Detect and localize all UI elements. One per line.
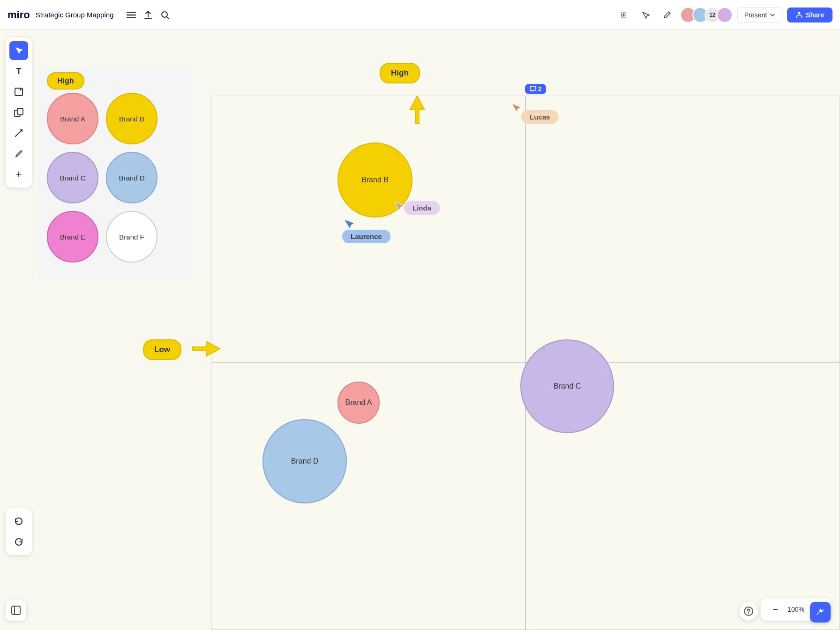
- laurence-cursor: Laurence: [342, 218, 353, 232]
- svg-marker-8: [410, 96, 425, 124]
- legend-brand-b: Brand B: [106, 93, 158, 144]
- legend-panel: High Brand A Brand B Brand C Brand D Bra…: [38, 68, 192, 279]
- legend-brand-a: Brand A: [47, 93, 98, 144]
- upload-button[interactable]: [140, 7, 157, 23]
- share-button[interactable]: Share: [787, 8, 832, 22]
- menu-button[interactable]: [123, 7, 140, 23]
- help-button[interactable]: [739, 602, 758, 621]
- add-tool-button[interactable]: +: [9, 165, 28, 184]
- legend-brand-e: Brand E: [47, 211, 98, 262]
- svg-marker-9: [192, 341, 220, 356]
- svg-rect-7: [17, 108, 23, 115]
- canvas-area[interactable]: High Brand A Brand B Brand C Brand D Bra…: [0, 30, 840, 630]
- select-tool-button[interactable]: [9, 41, 28, 60]
- board-title: Strategic Group Mapping: [36, 11, 114, 19]
- header-right: ⊞ 12 Present Share: [615, 7, 832, 23]
- svg-point-4: [798, 12, 801, 14]
- zoom-level: 100%: [787, 606, 805, 613]
- quadrant-grid: [211, 96, 840, 630]
- search-button[interactable]: [157, 7, 173, 23]
- arrow-tool-button[interactable]: [9, 124, 28, 142]
- toolbar: T +: [6, 38, 32, 188]
- svg-rect-10: [530, 86, 536, 90]
- legend-row-1: Brand A Brand B: [47, 93, 183, 144]
- present-button[interactable]: Present: [737, 7, 782, 23]
- select-mode-button[interactable]: [637, 7, 654, 23]
- svg-rect-11: [12, 606, 20, 615]
- text-tool-button[interactable]: T: [9, 62, 28, 81]
- avatar-group: 12: [680, 7, 733, 23]
- quadrant-top-right: [525, 96, 840, 363]
- sticky-tool-button[interactable]: [9, 82, 28, 101]
- svg-rect-0: [127, 12, 136, 13]
- legend-high-tag: High: [47, 72, 84, 90]
- avatar-3: [717, 7, 733, 23]
- canvas-brand-c-circle: Brand C: [520, 339, 614, 433]
- pen-tool-button[interactable]: [9, 144, 28, 163]
- legend-brand-c: Brand C: [47, 152, 98, 203]
- linda-cursor: Linda: [394, 201, 404, 215]
- miro-logo: miro: [8, 9, 30, 21]
- lucas-cursor: 2 Lucas: [511, 103, 521, 117]
- canvas-brand-a-circle: Brand A: [338, 382, 380, 424]
- svg-rect-1: [127, 14, 136, 15]
- quadrant-top-left: [211, 96, 525, 363]
- legend-brand-d: Brand D: [106, 152, 158, 203]
- canvas-low-tag-container: Low: [143, 339, 181, 360]
- canvas-low-tag: Low: [143, 339, 181, 360]
- laurence-label: Laurence: [342, 230, 390, 243]
- comment-bubble: 2: [525, 84, 546, 94]
- svg-point-14: [748, 613, 749, 614]
- canvas-brand-d-circle: Brand D: [262, 419, 347, 503]
- clone-tool-button[interactable]: [9, 103, 28, 122]
- pen-mode-button[interactable]: [659, 7, 675, 23]
- undo-button[interactable]: [9, 512, 28, 531]
- svg-rect-5: [15, 88, 22, 96]
- lucas-label: Lucas: [521, 110, 558, 124]
- undo-redo-panel: [6, 508, 32, 555]
- zoom-out-button[interactable]: −: [768, 602, 783, 617]
- canvas-high-tag: High: [380, 63, 420, 83]
- svg-rect-2: [127, 17, 136, 18]
- linda-label: Linda: [404, 201, 440, 215]
- header: miro Strategic Group Mapping ⊞ 12 Presen…: [0, 0, 840, 30]
- magic-button[interactable]: [810, 602, 831, 622]
- sidebar-toggle-button[interactable]: [6, 600, 26, 621]
- tools-button[interactable]: ⊞: [615, 7, 632, 23]
- redo-button[interactable]: [9, 532, 28, 551]
- legend-brand-f: Brand F: [106, 211, 158, 262]
- legend-row-3: Brand E Brand F: [47, 211, 183, 262]
- legend-row-2: Brand C Brand D: [47, 152, 183, 203]
